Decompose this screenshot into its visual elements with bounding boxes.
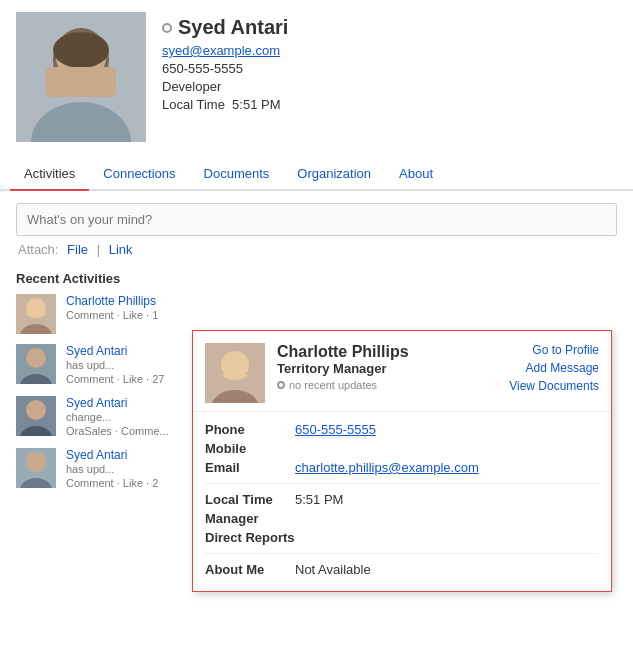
popup-header: Charlotte Phillips Territory Manager no … <box>193 331 611 412</box>
tabs-bar: Activities Connections Documents Organiz… <box>0 158 633 191</box>
activity-item-1: Charlotte Phillips Comment · Like · 1 <box>16 294 617 334</box>
svg-rect-5 <box>46 67 116 97</box>
activity-sub-3: OraSales · Comme... <box>66 425 169 437</box>
activity-name-3[interactable]: Syed Antari <box>66 396 127 410</box>
activity-action-1: Comment · Like · 1 <box>66 309 158 321</box>
popup-email-row: Email charlotte.phillips@example.com <box>205 460 599 475</box>
svg-point-13 <box>26 400 46 420</box>
popup-avatar <box>205 343 265 403</box>
popup-time-value: 5:51 PM <box>295 492 343 507</box>
activity-action-3: change... <box>66 411 111 423</box>
profile-avatar <box>16 12 146 142</box>
profile-phone: 650-555-5555 <box>162 61 288 76</box>
view-documents-link[interactable]: View Documents <box>499 379 599 393</box>
svg-point-10 <box>26 348 46 368</box>
status-dot <box>162 23 172 33</box>
activity-action-4: has upd... <box>66 463 114 475</box>
go-to-profile-link[interactable]: Go to Profile <box>499 343 599 357</box>
attach-bar: Attach: File | Link <box>16 242 617 257</box>
popup-time-row: Local Time 5:51 PM <box>205 492 599 507</box>
activity-avatar-2 <box>16 344 56 384</box>
popup-person-name: Charlotte Phillips <box>277 343 499 361</box>
popup-phone-row: Phone 650-555-5555 <box>205 422 599 437</box>
attach-link-link[interactable]: Link <box>109 242 133 257</box>
activity-sub-4: Comment · Like · 2 <box>66 477 158 489</box>
tab-activities[interactable]: Activities <box>10 158 89 191</box>
local-time-value: 5:51 PM <box>232 97 280 112</box>
add-message-link[interactable]: Add Message <box>499 361 599 375</box>
tab-about[interactable]: About <box>385 158 447 191</box>
profile-header: Syed Antari syed@example.com 650-555-555… <box>0 0 633 152</box>
popup-person-role: Territory Manager <box>277 361 499 376</box>
popup-email-value[interactable]: charlotte.phillips@example.com <box>295 460 479 475</box>
profile-email[interactable]: syed@example.com <box>162 43 288 58</box>
popup-body: Phone 650-555-5555 Mobile Email charlott… <box>193 412 611 512</box>
activity-content-4: Syed Antari has upd... Comment · Like · … <box>66 448 158 490</box>
svg-point-16 <box>26 452 46 472</box>
popup-actions: Go to Profile Add Message View Documents <box>499 343 599 393</box>
popup-phone-label: Phone <box>205 422 295 437</box>
svg-point-4 <box>53 32 109 68</box>
tab-documents[interactable]: Documents <box>190 158 284 191</box>
popup-mobile-label: Mobile <box>205 441 295 456</box>
popup-name-area: Charlotte Phillips Territory Manager no … <box>277 343 499 391</box>
profile-info: Syed Antari syed@example.com 650-555-555… <box>162 12 288 112</box>
popup-time-label: Local Time <box>205 492 295 507</box>
activity-name-2[interactable]: Syed Antari <box>66 344 127 358</box>
activity-avatar-3 <box>16 396 56 436</box>
local-time-label: Local Time <box>162 97 225 112</box>
popup-mobile-row: Mobile <box>205 441 599 456</box>
tab-organization[interactable]: Organization <box>283 158 385 191</box>
popup-status-text: no recent updates <box>289 379 377 391</box>
activity-content-2: Syed Antari has upd... Comment · Like · … <box>66 344 164 386</box>
popup-divider-1 <box>205 483 599 484</box>
activity-content-1: Charlotte Phillips Comment · Like · 1 <box>66 294 158 322</box>
popup-manager-label: Manager <box>205 511 295 512</box>
profile-name-container: Syed Antari <box>162 16 288 39</box>
attach-label: Attach: <box>18 242 58 257</box>
popup-manager-row: Manager <box>205 511 599 512</box>
profile-time: Local Time 5:51 PM <box>162 97 288 112</box>
tab-connections[interactable]: Connections <box>89 158 189 191</box>
popup-status-dot <box>277 381 285 389</box>
popup-status: no recent updates <box>277 379 499 391</box>
recent-activities-label: Recent Activities <box>16 271 617 286</box>
profile-name: Syed Antari <box>178 16 288 39</box>
popup-phone-value[interactable]: 650-555-5555 <box>295 422 376 437</box>
profile-popup: Charlotte Phillips Territory Manager no … <box>192 330 612 512</box>
activity-sub-2: Comment · Like · 27 <box>66 373 164 385</box>
attach-divider: | <box>97 242 100 257</box>
attach-file-link[interactable]: File <box>67 242 88 257</box>
whats-on-mind-input[interactable] <box>16 203 617 236</box>
activity-avatar-4 <box>16 448 56 488</box>
activity-action-2: has upd... <box>66 359 114 371</box>
activity-content-3: Syed Antari change... OraSales · Comme..… <box>66 396 169 438</box>
activity-name-1[interactable]: Charlotte Phillips <box>66 294 156 308</box>
activity-avatar-1 <box>16 294 56 334</box>
profile-title: Developer <box>162 79 288 94</box>
popup-email-label: Email <box>205 460 295 475</box>
svg-point-19 <box>221 351 249 379</box>
activity-name-4[interactable]: Syed Antari <box>66 448 127 462</box>
